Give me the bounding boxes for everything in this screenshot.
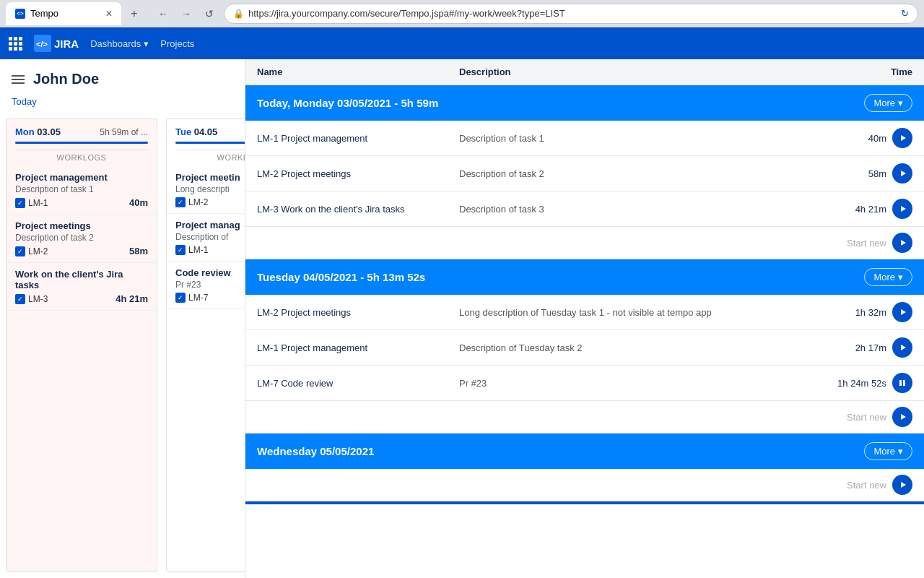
start-new-label: Start new xyxy=(847,480,886,491)
reload-button[interactable]: ↺ xyxy=(199,4,219,24)
svg-marker-6 xyxy=(901,309,906,315)
task-name: LM-7 Code review xyxy=(257,378,459,389)
svg-marker-10 xyxy=(901,414,906,420)
worklog-duration: 40m xyxy=(129,197,148,208)
dashboards-label: Dashboards xyxy=(90,38,141,49)
day-section-0: Today, Monday 03/05/2021 - 5h 59m More ▾… xyxy=(245,85,924,259)
task-name: LM-3 Work on the client's Jira tasks xyxy=(257,204,459,215)
day-section-2: Wednesday 05/05/2021 More ▾ Start new xyxy=(245,434,924,501)
more-button[interactable]: More ▾ xyxy=(864,268,912,286)
start-new-empty xyxy=(257,407,459,427)
task-name: LM-2 Project meetings xyxy=(257,307,459,318)
hamburger-menu[interactable] xyxy=(12,75,25,84)
day-progress-bar xyxy=(15,142,148,144)
task-time: 1h 24m 52s xyxy=(804,373,912,393)
day-section-1: Tuesday 04/05/2021 - 5h 13m 52s More ▾ L… xyxy=(245,259,924,434)
start-new-action: Start new xyxy=(804,475,912,495)
task-row: LM-3 Work on the client's Jira tasks Des… xyxy=(245,191,924,227)
table-header: Name Description Time xyxy=(245,59,924,85)
worklog-desc: Description of xyxy=(175,232,245,242)
more-button[interactable]: More ▾ xyxy=(864,442,912,460)
pause-button[interactable] xyxy=(892,373,912,393)
start-new-empty xyxy=(257,475,459,495)
tag-label: LM-7 xyxy=(188,293,208,303)
worklog-tag: ✓ LM-2 xyxy=(175,197,208,207)
task-duration: 58m xyxy=(868,168,886,179)
bottom-scrollbar xyxy=(245,501,924,504)
svg-marker-3 xyxy=(901,171,906,176)
play-button[interactable] xyxy=(892,302,912,322)
worklog-title: Work on the client's Jira tasks xyxy=(15,269,148,290)
address-bar[interactable]: 🔒 https://jira.yourcompany.com/secure/Te… xyxy=(224,4,918,24)
task-name: LM-1 Project management xyxy=(257,342,459,353)
task-row: LM-1 Project management Description of T… xyxy=(245,330,924,366)
task-row: LM-7 Code review Pr #23 1h 24m 52s xyxy=(245,366,924,401)
more-button[interactable]: More ▾ xyxy=(864,94,912,112)
worklog-item: Project meetings Description of task 2 ✓… xyxy=(6,215,157,263)
projects-label: Projects xyxy=(160,38,194,49)
forward-button[interactable]: → xyxy=(176,4,196,24)
task-row: LM-2 Project meetings Description of tas… xyxy=(245,156,924,191)
worklog-duration: 58m xyxy=(129,246,148,256)
play-button[interactable] xyxy=(892,337,912,358)
back-button[interactable]: ← xyxy=(153,4,173,24)
task-desc: Pr #23 xyxy=(459,378,804,389)
tag-label: LM-1 xyxy=(28,198,48,208)
worklog-footer: ✓ LM-2 xyxy=(175,197,245,207)
day-cards-container: Mon 03.05 5h 59m of ... WORKLOGS Project… xyxy=(0,113,245,578)
worklog-item: Project meetin Long descripti ✓ LM-2 xyxy=(167,166,245,214)
task-duration: 1h 32m xyxy=(855,307,886,318)
play-button[interactable] xyxy=(892,128,912,148)
new-tab-button[interactable]: + xyxy=(126,5,143,22)
worklog-item: Work on the client's Jira tasks ✓ LM-3 4… xyxy=(6,263,157,311)
jira-logo[interactable]: </> JIRA xyxy=(34,35,79,52)
task-time: 58m xyxy=(804,163,912,184)
section-header: Wednesday 05/05/2021 More ▾ xyxy=(245,434,924,469)
worklog-desc: Long descripti xyxy=(175,184,245,194)
section-title: Tuesday 04/05/2021 - 5h 13m 52s xyxy=(257,271,425,283)
jira-logo-icon: </> xyxy=(34,35,51,52)
start-new-label: Start new xyxy=(847,412,886,423)
play-button[interactable] xyxy=(892,163,912,184)
worklog-title: Project management xyxy=(15,172,148,183)
tab-close-button[interactable]: ✕ xyxy=(105,9,113,19)
day-card-tue[interactable]: Tue 04.05 5 WORKLOGS Project meetin Long… xyxy=(166,118,245,572)
worklog-desc: Description of task 2 xyxy=(15,233,148,243)
worklog-footer: ✓ LM-1 40m xyxy=(15,197,148,208)
tag-label: LM-2 xyxy=(28,246,48,256)
browser-tab[interactable]: <> Tempo ✕ xyxy=(6,2,121,25)
start-new-empty2 xyxy=(459,475,804,495)
dashboards-menu[interactable]: Dashboards ▾ xyxy=(90,38,149,49)
start-new-play-button[interactable] xyxy=(892,475,912,495)
start-new-play-button[interactable] xyxy=(892,233,912,253)
task-duration: 40m xyxy=(868,133,886,144)
task-name: LM-2 Project meetings xyxy=(257,168,459,179)
day-card-mon[interactable]: Mon 03.05 5h 59m of ... WORKLOGS Project… xyxy=(6,118,157,572)
lock-icon: 🔒 xyxy=(233,9,244,19)
col-name: Name xyxy=(257,66,459,77)
task-row: LM-1 Project management Description of t… xyxy=(245,121,924,156)
svg-marker-7 xyxy=(901,345,906,350)
task-row: LM-2 Project meetings Long description o… xyxy=(245,295,924,330)
svg-rect-8 xyxy=(899,380,902,386)
col-description: Description xyxy=(459,66,804,77)
start-new-empty2 xyxy=(459,407,804,427)
chevron-down-icon: ▾ xyxy=(898,446,903,457)
col-time: Time xyxy=(804,66,912,77)
worklog-footer: ✓ LM-1 xyxy=(175,245,245,255)
task-desc: Description of Tuesday task 2 xyxy=(459,342,804,353)
today-button[interactable]: Today xyxy=(0,93,245,113)
start-new-play-button[interactable] xyxy=(892,407,912,427)
task-time: 2h 17m xyxy=(804,337,912,358)
projects-menu[interactable]: Projects xyxy=(160,38,194,49)
sidebar-header: John Doe xyxy=(0,59,245,93)
grid-menu-icon[interactable] xyxy=(9,37,22,51)
play-button[interactable] xyxy=(892,199,912,219)
worklog-footer: ✓ LM-2 58m xyxy=(15,246,148,256)
svg-marker-4 xyxy=(901,206,906,212)
worklog-title: Code review xyxy=(175,267,245,278)
start-new-empty2 xyxy=(459,233,804,253)
task-time: 1h 32m xyxy=(804,302,912,322)
chevron-down-icon: ▾ xyxy=(898,98,903,108)
browser-chrome: <> Tempo ✕ + ← → ↺ 🔒 https://jira.yourco… xyxy=(0,0,924,27)
